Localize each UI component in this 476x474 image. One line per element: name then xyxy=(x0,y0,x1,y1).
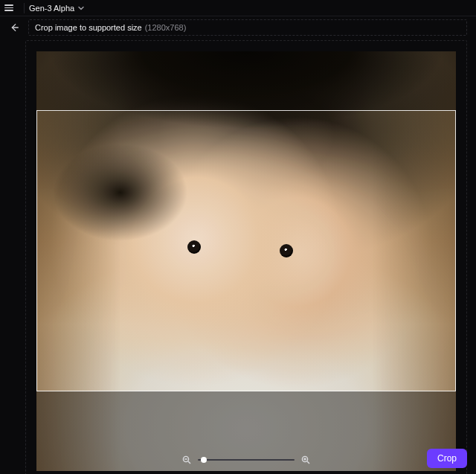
divider xyxy=(24,3,25,13)
model-label: Gen-3 Alpha xyxy=(29,4,74,13)
chevron-down-icon xyxy=(77,4,85,12)
page-title: Crop image to supported size xyxy=(35,23,142,32)
crop-button[interactable]: Crop xyxy=(427,449,467,468)
image-canvas xyxy=(36,51,456,471)
back-button[interactable] xyxy=(7,21,21,34)
zoom-in-button[interactable] xyxy=(300,455,311,465)
crop-rectangle[interactable] xyxy=(36,110,456,391)
work-area xyxy=(25,40,467,474)
zoom-controls xyxy=(181,455,311,465)
zoom-slider-knob[interactable] xyxy=(201,457,207,463)
zoom-out-icon xyxy=(182,455,191,464)
svg-line-4 xyxy=(307,461,309,464)
page-title-box: Crop image to supported size (1280x768) xyxy=(28,19,467,36)
zoom-slider[interactable] xyxy=(198,456,295,464)
zoom-out-button[interactable] xyxy=(181,455,192,465)
menu-icon[interactable] xyxy=(4,2,16,14)
top-bar: Gen-3 Alpha xyxy=(0,0,476,16)
model-picker[interactable]: Gen-3 Alpha xyxy=(29,4,85,13)
crop-shade-top xyxy=(36,51,456,110)
action-bar: Crop xyxy=(427,449,467,468)
page-title-size: (1280x768) xyxy=(145,23,187,32)
subheader: Crop image to supported size (1280x768) xyxy=(0,16,476,39)
svg-line-1 xyxy=(188,461,190,464)
arrow-left-icon xyxy=(9,22,19,33)
zoom-in-icon xyxy=(301,455,310,464)
